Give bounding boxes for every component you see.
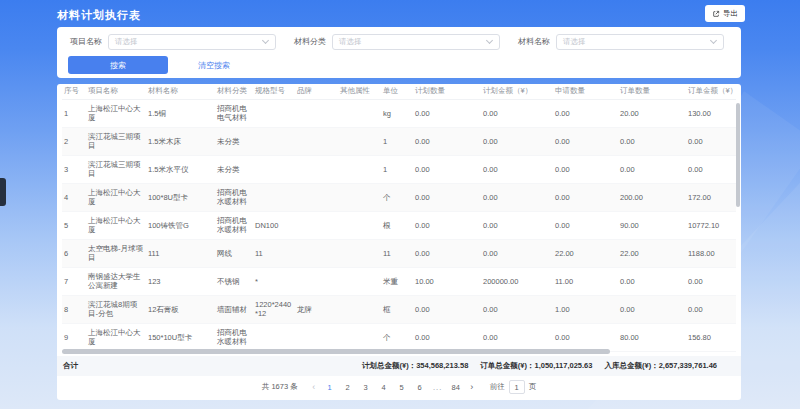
table-cell: 南钢盛达大学生公寓新建 [88, 267, 148, 295]
table-row: 1上海松江中心大厦1.5铜招商机电 电气材料kg0.000.000.0020.0… [62, 99, 736, 127]
table-cell: 8 [62, 295, 88, 323]
export-button[interactable]: 导出 [705, 5, 745, 22]
table-cell: 10.00 [415, 267, 483, 295]
table-cell [340, 239, 383, 267]
goto-page-input[interactable] [509, 380, 525, 394]
column-header: 订单金额（¥） [688, 84, 736, 99]
page-button[interactable]: 4 [378, 383, 390, 392]
chevron-down-icon [710, 37, 717, 44]
page-button[interactable]: 84 [450, 383, 462, 392]
table-cell: 0.00 [620, 155, 688, 183]
column-header: 规格型号 [255, 84, 297, 99]
table-cell: 123 [148, 267, 217, 295]
table-cell: 未分类 [217, 127, 255, 155]
previous-page-icon[interactable]: ‹ [309, 382, 319, 392]
table-cell [340, 211, 383, 239]
table-cell: 1 [62, 99, 88, 127]
table-cell: 22.00 [620, 239, 688, 267]
table-cell [255, 183, 297, 211]
table-cell: 0.00 [555, 211, 620, 239]
table-cell: 米重 [383, 267, 415, 295]
table-cell: 0.00 [688, 295, 736, 323]
filter-label: 材料名称 [518, 36, 556, 47]
table-cell: 22.00 [555, 239, 620, 267]
filter-select-2[interactable]: 请选择 [556, 34, 724, 50]
table-cell [340, 267, 383, 295]
table-cell [255, 99, 297, 127]
goto-suffix: 页 [529, 382, 537, 392]
page-button[interactable]: 5 [396, 383, 408, 392]
pagination-total: 共 1673 条 [262, 382, 298, 392]
table-cell: 80.00 [620, 323, 688, 351]
table-cell: 10772.10 [688, 211, 736, 239]
table-cell: 200.00 [620, 183, 688, 211]
sidebar-handle[interactable] [0, 178, 6, 206]
table-cell: 招商机电 水暖材料 [217, 211, 255, 239]
table-cell: 0.00 [555, 127, 620, 155]
table-cell: 1.5米木床 [148, 127, 217, 155]
table-cell: 0.00 [415, 295, 483, 323]
table-cell: 0.00 [415, 183, 483, 211]
table-cell: 0.00 [483, 155, 555, 183]
next-page-icon[interactable]: › [467, 382, 477, 392]
table-cell: 11.00 [555, 267, 620, 295]
page-button[interactable]: 2 [342, 383, 354, 392]
table-cell: * [255, 267, 297, 295]
filter-row: 项目名称请选择材料分类请选择材料名称请选择 [57, 27, 741, 50]
table-cell: 上海松江中心大厦 [88, 183, 148, 211]
table-cell: 130.00 [688, 99, 736, 127]
column-header: 订单数量 [620, 84, 688, 99]
table-cell: 0.00 [415, 239, 483, 267]
vertical-scrollbar[interactable] [736, 103, 740, 207]
table-cell: 框 [383, 295, 415, 323]
summary-label: 合计 [57, 361, 78, 371]
table-cell: 4 [62, 183, 88, 211]
table-cell: 0.00 [620, 127, 688, 155]
chevron-down-icon [486, 37, 493, 44]
page-button[interactable]: 6 [414, 383, 426, 392]
filter-select-1[interactable]: 请选择 [332, 34, 500, 50]
table-cell [255, 127, 297, 155]
page-button[interactable]: 1 [324, 383, 336, 392]
table-cell [297, 239, 340, 267]
clear-search-link[interactable]: 清空搜索 [198, 60, 230, 71]
table-cell: 5 [62, 211, 88, 239]
column-header: 材料名称 [148, 84, 217, 99]
horizontal-scrollbar[interactable] [62, 349, 610, 354]
table-body: 1上海松江中心大厦1.5铜招商机电 电气材料kg0.000.000.0020.0… [62, 99, 736, 351]
table-cell: 龙牌 [297, 295, 340, 323]
table-cell: 0.00 [555, 99, 620, 127]
goto-page: 前往 页 [490, 380, 537, 394]
column-header: 其他属性 [340, 84, 383, 99]
table-cell: 1 [383, 127, 415, 155]
table-cell: 0.00 [415, 323, 483, 351]
page-ellipsis: ... [432, 383, 444, 392]
table-row: 4上海松江中心大厦100*8U型卡招商机电 水暖材料个0.000.000.002… [62, 183, 736, 211]
table-cell: 0.00 [555, 155, 620, 183]
table-cell: 1220*2440*12 [255, 295, 297, 323]
table-cell [340, 127, 383, 155]
table-row: 6太空电梯-月球项目111网线11110.000.0022.0022.00118… [62, 239, 736, 267]
table-cell: 0.00 [688, 127, 736, 155]
column-header: 计划数量 [415, 84, 483, 99]
table-cell: 滨江花城三期项目 [88, 155, 148, 183]
table-cell [297, 267, 340, 295]
page-button[interactable]: 3 [360, 383, 372, 392]
table-cell [297, 211, 340, 239]
select-placeholder: 请选择 [115, 37, 138, 47]
table-cell: 0.00 [415, 99, 483, 127]
table-cell: 100铸铁管G [148, 211, 217, 239]
table-cell [297, 99, 340, 127]
table-row: 3滨江花城三期项目1.5米水平仪未分类10.000.000.000.000.00 [62, 155, 736, 183]
search-button[interactable]: 搜索 [68, 56, 168, 74]
summary-total: 入库总金额(¥)：2,657,339,761.46 [604, 361, 717, 371]
table-cell: 0.00 [620, 295, 688, 323]
filter-select-0[interactable]: 请选择 [108, 34, 276, 50]
column-header: 品牌 [297, 84, 340, 99]
column-header: 序号 [62, 84, 88, 99]
table-cell: 滨江花城三期项目 [88, 127, 148, 155]
table-cell: 0.00 [483, 99, 555, 127]
table-cell [340, 155, 383, 183]
table-cell: 3 [62, 155, 88, 183]
screen: 材料计划执行表 导出 项目名称请选择材料分类请选择材料名称请选择 搜索 清空搜索… [0, 0, 800, 409]
